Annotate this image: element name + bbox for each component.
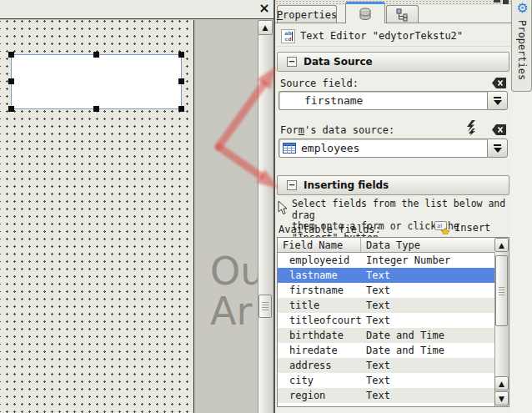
clear-source-field-icon[interactable] xyxy=(491,77,507,89)
scroll-down-icon[interactable]: ▼ xyxy=(494,391,509,405)
table-row[interactable]: titleofcourtesyText xyxy=(278,313,494,328)
widget-tree-icon xyxy=(396,8,409,22)
sidebar-tab-label: Properties xyxy=(516,20,528,80)
scroll-up-icon[interactable]: ▲ xyxy=(258,20,273,35)
close-icon[interactable]: × xyxy=(255,0,274,18)
table-row[interactable]: addressText xyxy=(278,358,494,373)
data-type-cell[interactable]: Text xyxy=(361,315,494,326)
source-field-combobox[interactable]: firstname xyxy=(279,91,508,110)
table-row[interactable]: birthdateDate and Time xyxy=(278,328,494,343)
source-field-value: firstname xyxy=(304,94,363,107)
data-type-cell[interactable]: Text xyxy=(361,360,494,371)
resize-handle[interactable] xyxy=(178,106,184,112)
table-row[interactable]: cityText xyxy=(278,373,494,388)
scroll-up-icon[interactable]: ▲ xyxy=(494,238,509,252)
table-icon xyxy=(283,143,296,154)
fields-table-body: employeeidInteger NumberlastnameTextfirs… xyxy=(278,253,494,406)
insert-field-icon: al xyxy=(434,221,450,234)
table-row[interactable]: hiredateDate and Time xyxy=(278,343,494,358)
properties-panel: Properties ab cd Text Editor "edyt xyxy=(275,0,511,413)
field-name-cell[interactable]: address xyxy=(278,360,361,371)
collapse-icon[interactable]: − xyxy=(287,180,297,190)
section-title: Data Source xyxy=(304,56,373,68)
collapse-icon[interactable]: − xyxy=(287,57,297,67)
help-line-1: Select fields from the list below and dr… xyxy=(292,199,509,221)
column-header-field-name[interactable]: Field Name xyxy=(278,238,361,253)
designer-scrollbar[interactable]: ▲ xyxy=(258,20,273,413)
table-scrollbar[interactable]: ▲ ▲ ▼ xyxy=(494,238,509,406)
scroll-up-icon[interactable]: ▲ xyxy=(494,376,509,390)
insert-button[interactable]: al Insert xyxy=(430,220,507,235)
data-type-cell[interactable]: Date and Time xyxy=(361,330,494,341)
data-type-cell[interactable]: Date and Time xyxy=(361,345,494,356)
field-name-cell[interactable]: firstname xyxy=(278,285,361,296)
resize-handle[interactable] xyxy=(178,52,184,58)
field-name-cell[interactable]: employeeid xyxy=(278,254,361,266)
dropdown-arrow-icon[interactable] xyxy=(487,139,508,158)
field-name-cell[interactable]: lastname xyxy=(278,269,361,281)
data-type-cell[interactable]: Text xyxy=(361,300,494,311)
form-designer-area: × Ou Ar ▲ xyxy=(0,0,275,413)
text-editor-widget[interactable] xyxy=(11,54,182,109)
resize-handle[interactable] xyxy=(8,52,14,58)
gear-icon: ⚙ xyxy=(512,0,532,16)
field-name-cell[interactable]: title xyxy=(278,300,361,311)
section-header-data-source[interactable]: − Data Source xyxy=(277,52,509,72)
widget-caption: Text Editor "edytorTekstu2" xyxy=(300,30,463,42)
designer-title-strip xyxy=(0,0,274,18)
available-fields-label: Available fields: xyxy=(279,224,381,235)
data-type-cell[interactable]: Integer Number xyxy=(361,254,494,266)
table-row[interactable]: titleText xyxy=(278,298,494,313)
clear-form-data-source-icon[interactable] xyxy=(491,123,507,136)
insert-button-label: Insert xyxy=(454,222,490,234)
tab-widget-tree[interactable] xyxy=(386,5,419,23)
outer-area: Ou Ar xyxy=(195,20,258,413)
source-field-label: Source field: xyxy=(280,78,359,89)
sidebar-tab-properties[interactable]: ⚙ Properties xyxy=(511,0,532,92)
designer-frame: Ou Ar ▲ xyxy=(0,18,274,413)
svg-text:al: al xyxy=(437,223,442,229)
data-type-cell[interactable]: Text xyxy=(361,285,494,296)
tab-data-source[interactable] xyxy=(345,2,385,23)
table-row[interactable]: firstnameText xyxy=(278,283,494,298)
resize-handle[interactable] xyxy=(178,78,184,84)
go-to-data-source-icon[interactable] xyxy=(465,120,477,136)
database-icon xyxy=(359,8,372,21)
dock-minimize-icon[interactable] xyxy=(494,0,500,3)
table-header-row: Field Name Data Type xyxy=(278,238,494,253)
outer-area-text: Ar xyxy=(210,292,252,330)
field-name-cell[interactable]: hiredate xyxy=(278,345,361,356)
tab-properties[interactable]: Properties xyxy=(277,5,337,23)
scrollbar-thumb[interactable] xyxy=(258,295,272,318)
table-row[interactable]: employeeidInteger Number xyxy=(278,253,494,268)
field-name-cell[interactable]: birthdate xyxy=(278,330,361,341)
resize-handle[interactable] xyxy=(8,106,14,112)
cursor-pointer-icon xyxy=(277,200,288,215)
form-data-source-value: employees xyxy=(301,142,359,154)
form-data-source-combobox[interactable]: employees xyxy=(279,139,508,158)
resize-handle[interactable] xyxy=(93,106,99,112)
widget-caption-row: ab cd Text Editor "edytorTekstu2" xyxy=(277,26,509,47)
field-name-cell[interactable]: titleofcourtesy xyxy=(278,315,361,326)
table-row[interactable]: lastnameText xyxy=(278,268,494,283)
data-type-cell[interactable]: Text xyxy=(361,390,494,401)
field-name-cell[interactable]: city xyxy=(278,375,361,386)
outer-area-text: Ou xyxy=(210,252,258,290)
dropdown-arrow-icon[interactable] xyxy=(487,91,508,110)
column-header-data-type[interactable]: Data Type xyxy=(361,238,494,253)
tabs-underline xyxy=(275,23,511,23)
section-header-inserting-fields[interactable]: − Inserting fields xyxy=(277,175,509,195)
text-editor-icon: ab cd xyxy=(281,29,295,43)
scrollbar-track[interactable] xyxy=(258,35,273,413)
available-fields-table[interactable]: Field Name Data Type employeeidInteger N… xyxy=(277,237,509,407)
data-type-cell[interactable]: Text xyxy=(361,269,494,281)
scrollbar-thumb[interactable] xyxy=(495,255,508,326)
resize-handle[interactable] xyxy=(93,52,99,58)
data-type-cell[interactable]: Text xyxy=(361,375,494,386)
resize-handle[interactable] xyxy=(8,78,14,84)
form-canvas[interactable] xyxy=(0,20,194,413)
form-data-source-label: Form's data source: xyxy=(280,124,394,136)
dock-close-icon[interactable] xyxy=(503,0,509,4)
field-name-cell[interactable]: region xyxy=(278,390,361,401)
table-row[interactable]: regionText xyxy=(278,388,494,403)
